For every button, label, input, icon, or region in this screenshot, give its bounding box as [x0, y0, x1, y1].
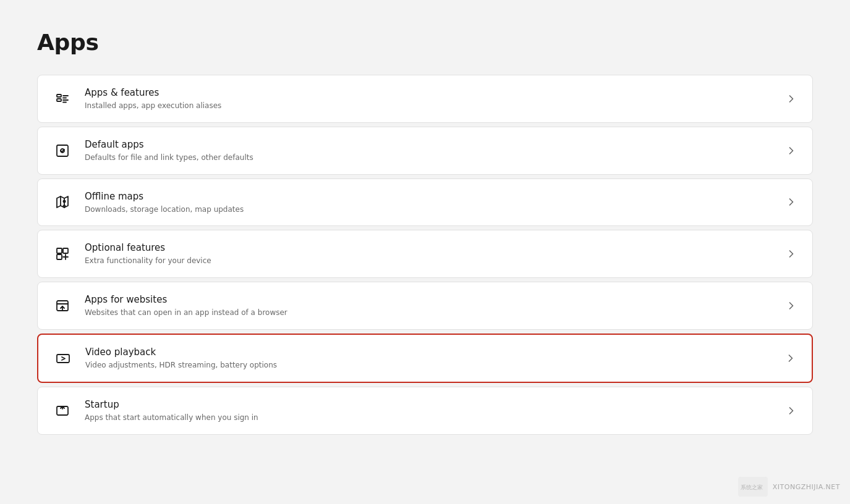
page-container: Apps Apps & features Installed apps, app…	[0, 0, 850, 463]
item-subtitle: Extra functionality for your device	[85, 256, 778, 266]
watermark-logo-icon: 系统之家	[738, 477, 768, 497]
chevron-right-icon	[785, 248, 797, 260]
settings-item-video-playback[interactable]: Video playback Video adjustments, HDR st…	[37, 334, 813, 383]
item-title: Startup	[85, 398, 778, 411]
offline-maps-icon	[53, 192, 72, 212]
video-playback-icon	[53, 348, 73, 368]
settings-item-apps-features[interactable]: Apps & features Installed apps, app exec…	[37, 75, 813, 123]
item-text-default-apps: Default apps Defaults for file and link …	[85, 138, 778, 163]
settings-item-apps-websites[interactable]: Apps for websites Websites that can open…	[37, 282, 813, 330]
startup-icon	[53, 401, 72, 421]
item-subtitle: Video adjustments, HDR streaming, batter…	[85, 360, 777, 371]
apps-websites-icon	[53, 296, 72, 316]
item-subtitle: Installed apps, app execution aliases	[85, 101, 778, 111]
chevron-right-icon	[785, 300, 797, 312]
settings-list: Apps & features Installed apps, app exec…	[37, 75, 813, 439]
svg-text:系统之家: 系统之家	[741, 484, 763, 490]
item-title: Offline maps	[85, 190, 778, 203]
svg-rect-12	[57, 248, 62, 253]
chevron-right-icon	[785, 405, 797, 417]
svg-rect-0	[57, 94, 61, 97]
item-title: Apps & features	[85, 86, 778, 99]
item-text-offline-maps: Offline maps Downloads, storage location…	[85, 190, 778, 215]
settings-item-startup[interactable]: Startup Apps that start automatically wh…	[37, 387, 813, 435]
chevron-right-icon	[785, 145, 797, 157]
item-subtitle: Defaults for file and link types, other …	[85, 153, 778, 163]
watermark-text: XITONGZHIJIA.NET	[773, 483, 840, 491]
chevron-right-icon	[785, 196, 797, 208]
chevron-right-icon	[785, 93, 797, 105]
item-text-optional-features: Optional features Extra functionality fo…	[85, 242, 778, 266]
item-title: Video playback	[85, 346, 777, 359]
svg-point-11	[63, 200, 66, 203]
svg-rect-20	[57, 355, 69, 363]
item-text-video-playback: Video playback Video adjustments, HDR st…	[85, 346, 777, 371]
item-title: Apps for websites	[85, 293, 778, 306]
item-text-apps-features: Apps & features Installed apps, app exec…	[85, 86, 778, 111]
svg-rect-13	[63, 248, 68, 253]
item-title: Default apps	[85, 138, 778, 151]
settings-item-offline-maps[interactable]: Offline maps Downloads, storage location…	[37, 178, 813, 227]
item-title: Optional features	[85, 242, 778, 254]
watermark: 系统之家 XITONGZHIJIA.NET	[738, 477, 840, 497]
settings-item-default-apps[interactable]: Default apps Defaults for file and link …	[37, 127, 813, 175]
item-subtitle: Apps that start automatically when you s…	[85, 413, 778, 423]
default-apps-icon	[53, 141, 72, 161]
item-subtitle: Websites that can open in an app instead…	[85, 308, 778, 318]
svg-marker-8	[57, 196, 68, 208]
optional-features-icon	[53, 244, 72, 264]
item-subtitle: Downloads, storage location, map updates	[85, 204, 778, 215]
item-text-apps-websites: Apps for websites Websites that can open…	[85, 293, 778, 318]
chevron-right-icon	[784, 352, 797, 364]
page-title: Apps	[37, 30, 813, 55]
svg-rect-1	[57, 99, 61, 101]
svg-rect-14	[57, 254, 62, 259]
apps-features-icon	[53, 89, 72, 109]
item-text-startup: Startup Apps that start automatically wh…	[85, 398, 778, 423]
settings-item-optional-features[interactable]: Optional features Extra functionality fo…	[37, 230, 813, 278]
